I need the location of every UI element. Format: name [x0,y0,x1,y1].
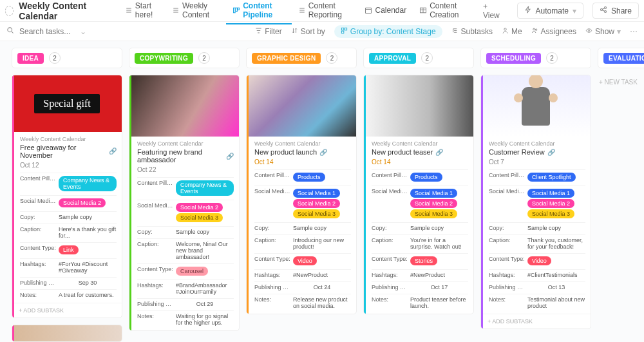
svg-rect-2 [238,8,239,10]
chevron-down-icon[interactable]: ⌄ [80,27,86,36]
field-label: Publishing D... [372,284,408,290]
column-header[interactable]: IDEA 2 [12,48,122,68]
column-header[interactable]: COPYWRITING 2 [129,48,240,68]
social-tag: Social Media 3 [527,209,574,218]
add-subtask-button[interactable]: + ADD SUBTASK [12,303,122,318]
person-icon [502,27,509,36]
field-value: A treat for customers. [59,292,117,298]
task-card[interactable] [12,325,122,342]
field-value: #NewProduct [410,272,468,278]
automate-button[interactable]: Automate ▾ [517,3,583,19]
eye-icon [585,27,592,36]
subtasks-button[interactable]: Subtasks [451,27,493,36]
field-label: Caption: [137,241,173,247]
list-icon [172,6,180,14]
field-label: Social Media... [137,202,173,209]
field-value: Oct 17 [410,284,468,290]
task-card[interactable]: Special gift Weekly Content Calendar Fre… [12,75,122,318]
field-value: #ForYou #Discount #Giveaway [59,261,117,274]
ctype-tag: Video [527,256,551,265]
svg-point-6 [604,7,606,9]
more-button[interactable]: ⋯ [630,27,638,36]
column-header[interactable]: EVALUATION 0 [598,48,644,68]
stage-pill: APPROVAL [369,53,416,64]
social-tag: Social Media 3 [293,209,340,218]
field-value: Waiting for go signal for the higher ups… [176,313,234,326]
view-calendar[interactable]: Calendar [358,2,413,20]
field-label: Content Type: [372,256,408,262]
assignees-button[interactable]: Assignees [531,27,576,36]
card-cover [364,75,473,137]
column-header[interactable]: GRAPHIC DESIGN 2 [246,48,357,68]
automate-label: Automate [536,6,569,15]
field-label: Copy: [489,225,525,231]
view-content-reporting[interactable]: Content Reporting [292,0,359,24]
view-content-creation[interactable]: Content Creation [413,0,477,24]
field-value: Sample copy [527,225,585,231]
card-cover [12,325,122,341]
stage-stripe [481,75,483,328]
field-label: Copy: [254,225,290,231]
share-button[interactable]: Share [592,3,639,19]
social-tag: Social Media 1 [527,189,574,198]
add-subtask-button[interactable]: + ADD SUBTASK [481,314,591,328]
column-header[interactable]: APPROVAL 2 [363,48,474,68]
task-card[interactable]: Weekly Content Calendar Customer Review🔗… [480,75,591,329]
count-badge: 2 [49,52,61,64]
field-label: Copy: [137,229,173,235]
field-value: Here's a thank you gift for... [59,226,117,239]
view-weekly-content[interactable]: Weekly Content [166,0,226,24]
top-bar: Weekly Content Calendar Start here! Week… [0,0,644,22]
view-start-here[interactable]: Start here! [118,0,166,24]
stage-stripe [129,75,131,330]
svg-point-7 [604,11,606,13]
share-label: Share [611,6,632,15]
me-button[interactable]: Me [502,27,522,36]
field-value: Sample copy [59,214,117,220]
filter-button[interactable]: Filter [255,27,282,36]
groupby-button[interactable]: Group by: Content Stage [334,25,442,38]
field-label: Content Pillar: [254,172,290,178]
view-label: Content Creation [430,1,470,19]
show-button[interactable]: Show ▾ [585,27,621,36]
bolt-icon [524,6,532,15]
card-date: Oct 7 [489,158,585,166]
field-label: Content Pillar: [372,172,408,178]
field-value: Oct 24 [293,284,351,290]
sort-button[interactable]: Sort by [291,27,325,36]
task-card[interactable]: Weekly Content Calendar New product teas… [363,75,474,314]
task-card[interactable]: Weekly Content Calendar New product laun… [246,75,357,314]
table-icon [419,6,427,14]
field-label: Content Type: [137,266,173,272]
search-input[interactable] [18,26,76,37]
chevron-down-icon: ▾ [617,27,621,36]
card-date: Oct 14 [254,158,351,166]
field-value: Testimonial about new product [527,296,585,309]
search-wrapper[interactable]: ⌄ [6,26,86,37]
assignees-label: Assignees [541,27,576,36]
card-title: Customer Review [489,148,545,156]
subtasks-label: Subtasks [461,27,493,36]
ctype-tag: Video [293,256,317,265]
svg-point-8 [8,28,12,32]
add-view-button[interactable]: + View [477,0,507,24]
new-task-button[interactable]: + NEW TASK [598,75,644,90]
column-idea: IDEA 2 Special gift Weekly Content Calen… [12,48,122,342]
sort-icon [291,27,298,36]
view-label: Content Reporting [308,1,352,19]
calendar-icon [365,6,372,14]
card-cover [247,75,356,137]
task-card[interactable]: Weekly Content Calendar Featuring new br… [129,75,240,331]
field-label: Social Media... [254,188,290,195]
card-cover: Special gift [12,75,122,132]
view-label: Start here! [135,1,159,19]
field-label: Publishing D... [489,284,525,290]
group-icon [341,27,348,36]
column-header[interactable]: SCHEDULING 2 [480,48,591,68]
stage-pill: GRAPHIC DESIGN [252,53,321,64]
field-label: Publishing D... [254,284,290,290]
social-tag: Social Media 3 [176,213,223,222]
field-value: #NewProduct [293,272,351,278]
view-content-pipeline[interactable]: Content Pipeline [226,0,292,24]
field-label: Hashtags: [254,272,290,278]
